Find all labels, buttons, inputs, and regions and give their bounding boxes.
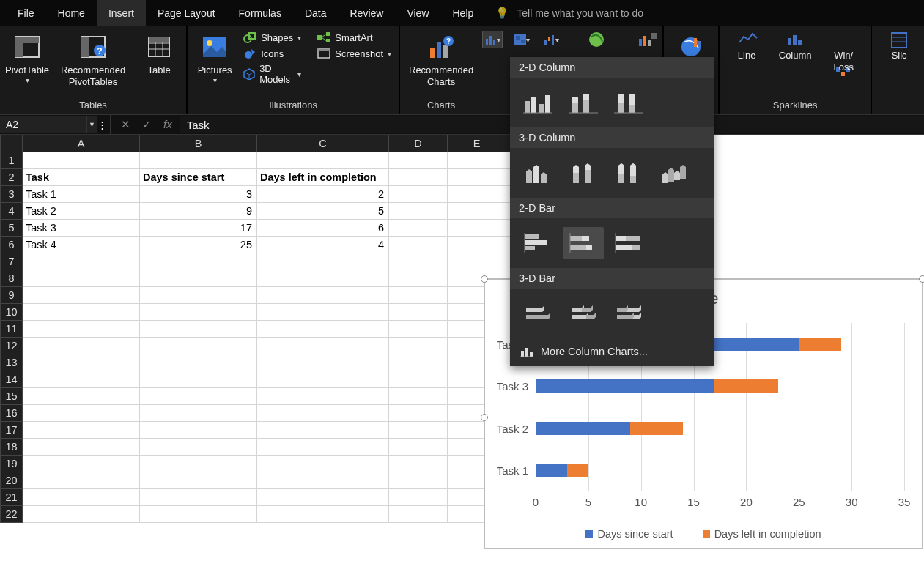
enter-formula-icon[interactable]: ✓	[142, 118, 152, 131]
cell-B4[interactable]: 9	[140, 203, 257, 220]
chart-bar-segment[interactable]	[714, 379, 777, 393]
3d-models-button[interactable]: 3D Models	[240, 62, 304, 86]
col-header-E[interactable]: E	[448, 135, 506, 152]
cell-B2[interactable]: Days since start	[140, 169, 257, 186]
svg-rect-21	[317, 35, 322, 40]
menu-view[interactable]: View	[395, 0, 440, 26]
chart-3d-stacked-bar[interactable]	[563, 297, 604, 330]
chart-stacked-bar[interactable]	[563, 227, 604, 259]
cell-B3[interactable]: 3	[140, 186, 257, 203]
chart-100pct-stacked-column[interactable]	[608, 86, 649, 119]
icons-icon	[243, 47, 256, 60]
pictures-button[interactable]: Pictures	[192, 29, 237, 87]
cell-C2[interactable]: Days left in completion	[257, 169, 389, 186]
insert-column-chart-dropdown[interactable]: 2-D Column 3-D Column 2-D Bar	[510, 57, 714, 366]
recommended-charts-button[interactable]: ? Recommended Charts	[404, 29, 478, 90]
sparkline-winloss-button[interactable]: Win/ Loss	[821, 29, 866, 75]
menu-file[interactable]: File	[6, 0, 46, 26]
chart-legend[interactable]: Days since start Days left in completion	[484, 528, 923, 540]
cell-A4[interactable]: Task 2	[23, 203, 140, 220]
svg-rect-96	[586, 245, 592, 250]
pivottable-button[interactable]: PivotTable	[4, 29, 50, 87]
svg-rect-113	[521, 351, 524, 357]
chart-bar-segment[interactable]	[536, 379, 714, 393]
cell-B6[interactable]: 25	[140, 237, 257, 253]
menu-review[interactable]: Review	[339, 0, 396, 26]
chart-bar-segment[interactable]	[630, 422, 683, 435]
chart-100pct-stacked-bar[interactable]	[608, 227, 649, 259]
menu-data[interactable]: Data	[293, 0, 339, 26]
svg-point-17	[245, 51, 252, 59]
resize-handle[interactable]	[919, 275, 924, 283]
svg-line-24	[322, 34, 326, 38]
svg-rect-95	[570, 245, 586, 250]
cell-C3[interactable]: 2	[257, 186, 389, 203]
chart-3d-column[interactable]	[654, 157, 695, 189]
cell-C4[interactable]: 5	[257, 203, 389, 220]
screenshot-button[interactable]: Screenshot	[314, 45, 394, 62]
chart-bar-segment[interactable]	[536, 464, 567, 477]
ribbon-group-tables: PivotTable ? Recommended PivotTables Tab…	[0, 26, 188, 114]
cell-A2[interactable]: Task	[23, 169, 140, 186]
worksheet-area[interactable]: A B C D E J K L 1 2 Task Days since star…	[0, 135, 924, 561]
chart-bar-segment[interactable]	[536, 422, 630, 435]
col-header-A[interactable]: A	[23, 135, 140, 152]
recommended-pivottables-button[interactable]: ? Recommended PivotTables	[53, 29, 133, 90]
cube-icon	[243, 67, 255, 81]
name-box[interactable]: A2	[0, 116, 86, 133]
chart-3d-100pct-stacked-bar[interactable]	[608, 297, 649, 330]
slicer-button[interactable]: Slic	[876, 29, 922, 63]
insert-waterfall-chart-button[interactable]	[541, 31, 561, 48]
name-box-dropdown[interactable]: ▼	[86, 116, 97, 133]
insert-hierarchy-chart-button[interactable]	[511, 31, 532, 48]
resize-handle[interactable]	[481, 414, 488, 421]
select-all-corner[interactable]	[1, 135, 23, 152]
menu-pagelayout[interactable]: Page Layout	[146, 0, 227, 26]
col-header-B[interactable]: B	[140, 135, 257, 152]
cell-A5[interactable]: Task 3	[23, 220, 140, 237]
cell-A3[interactable]: Task 1	[23, 186, 140, 203]
smartart-button[interactable]: SmartArt	[314, 29, 394, 45]
menu-insert[interactable]: Insert	[97, 0, 146, 26]
svg-rect-12	[149, 37, 169, 42]
resize-handle[interactable]	[481, 275, 488, 283]
fx-icon[interactable]: fx	[163, 118, 172, 131]
cell-B5[interactable]: 17	[140, 220, 257, 237]
insert-map-chart-button[interactable]	[586, 31, 607, 48]
chart-bar-segment[interactable]	[567, 464, 588, 477]
svg-marker-74	[526, 169, 532, 183]
menu-home[interactable]: Home	[46, 0, 97, 26]
tell-me-input[interactable]: Tell me what you want to do	[517, 7, 643, 19]
chart-3d-stacked-column[interactable]	[563, 157, 604, 189]
sparkline-column-button[interactable]: Column	[772, 29, 818, 63]
chart-bar-segment[interactable]	[799, 338, 840, 351]
more-column-charts-button[interactable]: More Column Charts...	[510, 338, 714, 366]
sparkline-winloss-icon	[835, 32, 851, 48]
cell-A6[interactable]: Task 4	[23, 237, 140, 253]
svg-marker-107	[572, 313, 588, 319]
icons-button[interactable]: Icons	[240, 45, 304, 62]
sparkline-line-button[interactable]: Line	[724, 29, 769, 63]
cell-C6[interactable]: 4	[257, 237, 389, 253]
chart-stacked-column[interactable]	[563, 86, 604, 119]
svg-rect-59	[525, 101, 530, 113]
svg-rect-114	[525, 348, 528, 357]
table-button[interactable]: Table	[136, 29, 182, 78]
insert-pivotchart-button[interactable]	[637, 31, 658, 48]
shapes-button[interactable]: Shapes	[240, 29, 304, 45]
menu-formulas[interactable]: Formulas	[227, 0, 293, 26]
chart-3d-100pct-stacked-column[interactable]	[608, 157, 649, 189]
chart-3d-clustered-column[interactable]	[517, 157, 558, 189]
cell-C5[interactable]: 6	[257, 220, 389, 237]
chart-clustered-column[interactable]	[517, 86, 558, 119]
chart-clustered-bar[interactable]	[517, 227, 558, 259]
svg-rect-89	[525, 234, 539, 239]
cancel-formula-icon[interactable]: ✕	[121, 118, 130, 131]
chart-3d-clustered-bar[interactable]	[517, 297, 558, 330]
svg-rect-35	[493, 40, 495, 45]
col-header-C[interactable]: C	[257, 135, 389, 152]
insert-column-chart-button[interactable]	[482, 31, 503, 48]
globe-icon	[678, 34, 704, 60]
col-header-D[interactable]: D	[389, 135, 448, 152]
menu-help[interactable]: Help	[441, 0, 486, 26]
